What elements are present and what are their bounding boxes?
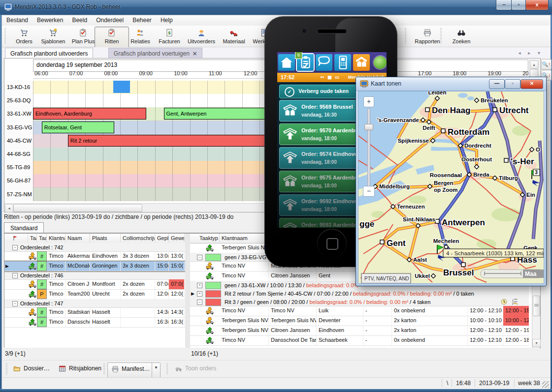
column-header[interactable]: Colliomschrijv [121,234,155,242]
trip-bar[interactable]: Rotselaar, Gent [42,121,114,133]
order-group-row[interactable]: – Ordersleutel : 747 [4,299,185,308]
phone-nav-orders-icon[interactable] [353,54,370,71]
menu-onderdeel[interactable]: Onderdeel [92,15,128,25]
cell: Timco N [47,289,65,299]
map-zoom-track[interactable] [367,108,370,190]
city-marker[interactable] [435,219,439,223]
city-marker[interactable] [380,240,384,244]
collapse-icon[interactable]: – [197,255,202,260]
collapse-icon[interactable]: – [12,273,18,278]
scrollbar-thumb[interactable] [533,296,540,316]
order-group-row[interactable]: – Ordersleutel : 746 [4,271,185,280]
tab-scroll-arrows[interactable]: ◂ ▸ ▾ [518,50,543,56]
order-row[interactable]: #Timco NStadskanHasselt14:3(14:3( [4,307,185,318]
column-header[interactable]: Gepla [155,234,169,242]
city-marker[interactable] [461,263,465,267]
close-button[interactable]: x [525,0,549,10]
flag-icon[interactable] [10,234,28,242]
menu-help[interactable]: Help [156,15,177,25]
column-header[interactable]: Naam [65,234,90,242]
tab-close-icon[interactable]: ✕ [193,51,197,57]
menu-beeld[interactable]: Beeld [67,15,92,25]
column-header[interactable]: Plaats [90,234,121,242]
expand-icon[interactable]: + [197,283,202,288]
order-row[interactable]: #Timco NMcDonaldGroningen3x 3 dozen15:0(… [4,261,185,271]
menu-bewerken[interactable]: Bewerken [32,15,67,25]
zoom-in-icon[interactable]: 🔍↑ [541,59,552,70]
taak-row[interactable]: Terbergen Sluis NVTerbergen Sluis NVDeve… [190,316,529,326]
scroll-down-icon[interactable]: ▾ [532,339,541,347]
phone-nav-chat-icon[interactable] [316,54,332,71]
right-count: 10/16 (+1) [191,350,218,357]
city-marker[interactable] [425,108,429,112]
scroll-left-icon[interactable]: ◂ [5,204,13,212]
svg-text:PTV, NAVTEQ, AND: PTV, NAVTEQ, AND [364,276,409,281]
manifest--button[interactable]: Manifest… [107,362,155,379]
city-marker[interactable] [474,164,479,169]
rit-group-row[interactable]: +Rit 2 retour / Tom Sjerrie / 40-45-CW /… [190,289,529,298]
map-zoom-out-button[interactable]: − [363,186,375,197]
collapse-icon[interactable]: – [12,245,18,250]
table-splitter[interactable] [185,234,190,348]
ritsjablonen-button[interactable]: Ritsjablonen [55,362,106,378]
minimize-button[interactable]: – [496,0,512,10]
toolbar-grip [166,363,168,374]
column-header[interactable]: Gewe [169,234,185,242]
truck-up-icon [29,290,37,299]
taak-row[interactable]: Terbergen Sluis NVCitroen JanssenEindhov… [190,326,529,336]
toolbar-zoeken-button[interactable]: Zoeken [445,27,478,48]
column-header[interactable]: Klantna [47,234,65,242]
city-marker[interactable] [493,108,497,112]
resource-label[interactable]: 57-ZS-NM [4,188,35,201]
taak-row[interactable]: Timco NVTimco NVLuik-0x onbekend12:00 - … [190,306,529,316]
phone-nav-home-icon[interactable] [278,54,295,71]
city-marker[interactable] [474,98,479,102]
toon-orders-button[interactable]: Toon orders [171,362,221,378]
taak-row[interactable]: Timco NVDansschool De TangSchaarbeek-0x … [190,335,529,346]
cell: 0x onbekend [392,306,468,316]
map-minimize-button[interactable]: — [489,79,505,89]
map-maximize-button[interactable]: ▫ [505,79,520,89]
collapse-icon[interactable]: – [197,300,202,305]
order-row[interactable]: #Timco NDansschcHasselt16:3(16:3( [4,317,185,328]
time-indicator-block[interactable] [113,81,130,93]
worker-icon [185,29,218,37]
menu-bestand[interactable]: Bestand [2,15,32,25]
menu-beheer[interactable]: Beheer [128,15,156,25]
map-canvas[interactable]: Den HaagUtrechtRotterdam's-HerAntwerpenG… [358,91,544,284]
city-marker[interactable] [441,129,445,133]
phone-nav-phone-icon[interactable] [334,54,351,71]
order-row[interactable]: #Timco NAkkermarEindhoven3x 3 dozen13:0(… [4,251,185,262]
toolbar-grip [440,28,442,44]
clock-icon[interactable] [500,298,508,306]
cell: Timco N [47,251,65,261]
phone-status-indicator[interactable] [374,56,387,69]
city-marker[interactable] [504,158,508,162]
column-header[interactable]: Taa [37,234,47,242]
scroll-up-icon[interactable]: ▴ [530,60,538,69]
scrollbar-thumb[interactable] [13,204,142,212]
phone-home-button[interactable] [317,229,347,258]
map-zoom-handle[interactable] [364,124,373,130]
collapse-icon[interactable]: – [12,301,18,306]
tasklist-icon[interactable]: 12 [511,298,519,306]
order-group-row[interactable]: – Ordersleutel : 742 [4,243,185,252]
column-header[interactable]: Taa [28,234,37,242]
expand-icon[interactable]: + [197,291,202,297]
column-header[interactable]: Taaktyp [197,234,220,242]
order-row[interactable]: PTimco NTeam200Utrecht2x dozen12:0(12:0( [4,289,185,300]
column-header[interactable]: Klantnaam [220,234,269,242]
status-slash: \ [447,380,448,387]
trip-bar[interactable]: Eindhoven, Aardenburg [33,108,146,120]
order-row[interactable]: #Timco NCitroen JMontfoort2x dozen07:0(0… [4,279,185,290]
binoculars-icon [449,29,474,37]
rit-group-row[interactable]: –Rit 3 / geen / geen / 08:00 / 20:00 / b… [190,298,529,306]
map-close-button[interactable]: ✕ [520,79,543,89]
city-marker[interactable] [431,273,435,278]
map-zoom-in-button[interactable]: + [363,96,374,107]
manifest-dropdown-icon[interactable]: ▼ [152,362,161,379]
resize-grip[interactable] [542,381,549,388]
maximize-button[interactable]: ▫ [511,0,526,10]
phone-nav-tasks-icon[interactable]: 6 [297,54,314,71]
dossier--button[interactable]: Dossier… [10,362,55,378]
